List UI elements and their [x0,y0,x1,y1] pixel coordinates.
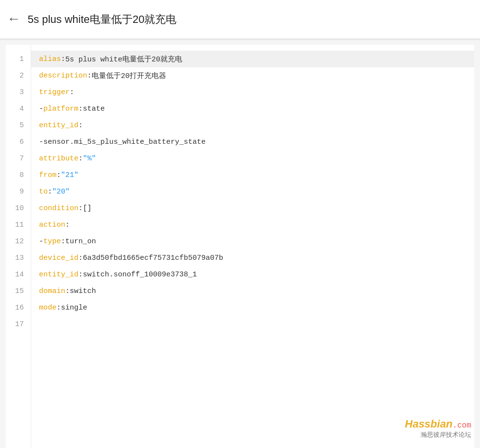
code-area[interactable]: alias: 5s plus white电量低于20就充电description… [31,45,474,448]
line-number: 10 [15,200,24,216]
token-colon: : [78,155,83,163]
token-str: "%" [83,155,96,163]
line-numbers: 1234567891011121314151617 [6,45,31,448]
token-colon: : [87,72,92,80]
code-line: action: [39,216,474,233]
code-line: description: 电量低于20打开充电器 [39,67,474,84]
token-val: switch.sonoff_10009e3738_1 [83,271,197,279]
token-dash: - [39,237,43,246]
token-key: action [39,221,65,229]
watermark: Hassbian.com 瀚思彼岸技术论坛 [405,418,471,439]
token-colon: : [61,55,65,63]
token-key: platform [43,105,78,113]
line-number: 9 [19,183,24,200]
token-val: state [83,105,105,113]
token-key: entity_id [39,121,78,130]
line-number: 8 [19,167,24,183]
token-colon: : [57,304,61,312]
token-key: condition [39,204,78,213]
line-number: 16 [15,299,24,316]
token-colon: : [65,287,70,295]
token-colon: : [70,88,74,97]
line-number: 5 [19,117,24,134]
token-dash: - [39,138,43,146]
code-line: - type: turn_on [39,233,474,250]
token-val: 6a3d50fbd1665ecf75731cfb5079a07b [83,254,223,262]
line-number: 17 [15,316,24,332]
code-line: trigger: [39,84,474,100]
token-val: sensor.mi_5s_plus_white_battery_state [43,138,206,146]
line-number: 3 [19,84,24,100]
token-val: 5s plus white电量低于20就充电 [65,55,182,64]
code-line: mode: single [39,299,474,316]
token-key: device_id [39,254,78,262]
token-val: switch [70,287,96,295]
token-key: to [39,188,48,196]
token-key: entity_id [39,271,78,279]
watermark-com: .com [453,421,471,430]
code-line: entity_id: switch.sonoff_10009e3738_1 [39,266,474,283]
token-key: trigger [39,88,70,97]
code-line [39,316,474,332]
page-title: 5s plus white电量低于20就充电 [28,12,177,27]
code-line: attribute: "%" [39,150,474,167]
token-colon: : [78,271,83,279]
line-number: 15 [15,283,24,299]
token-val: turn_on [65,237,96,246]
token-colon: : [78,105,83,113]
token-key: description [39,72,87,80]
token-dash: - [39,105,43,113]
token-val: [] [83,204,92,213]
token-colon: : [48,188,52,196]
code-line: domain: switch [39,283,474,299]
line-number: 1 [19,51,24,67]
token-str: "21" [61,171,78,179]
token-colon: : [65,221,70,229]
token-key: domain [39,287,65,295]
content-area: 1234567891011121314151617 alias: 5s plus… [6,45,474,448]
line-number: 2 [19,67,24,84]
line-number: 4 [19,100,24,117]
watermark-title: Hassbian [405,418,453,430]
token-colon: : [61,237,65,246]
code-line: to: "20" [39,183,474,200]
line-number: 7 [19,150,24,167]
token-colon: : [78,254,83,262]
code-line: alias: 5s plus white电量低于20就充电 [31,51,474,67]
code-line: from: "21" [39,167,474,183]
token-val: 电量低于20打开充电器 [92,71,166,80]
line-number: 11 [15,216,24,233]
token-key: from [39,171,57,179]
code-line: entity_id: [39,117,474,134]
token-colon: : [57,171,61,179]
line-number: 6 [19,134,24,150]
code-line: - sensor.mi_5s_plus_white_battery_state [39,134,474,150]
watermark-subtitle: 瀚思彼岸技术论坛 [405,430,471,439]
token-val: single [61,304,87,312]
header: ← 5s plus white电量低于20就充电 [0,0,480,39]
code-line: condition: [] [39,200,474,216]
token-key: attribute [39,155,78,163]
token-key: type [43,237,61,246]
code-line: device_id: 6a3d50fbd1665ecf75731cfb5079a… [39,250,474,266]
token-colon: : [78,121,83,130]
token-str: "20" [52,188,70,196]
token-colon: : [78,204,83,213]
line-number: 13 [15,250,24,266]
token-key: mode [39,304,57,312]
code-line: - platform: state [39,100,474,117]
back-button[interactable]: ← [10,12,18,27]
line-number: 12 [15,233,24,250]
token-key: alias [39,55,61,63]
line-number: 14 [15,266,24,283]
